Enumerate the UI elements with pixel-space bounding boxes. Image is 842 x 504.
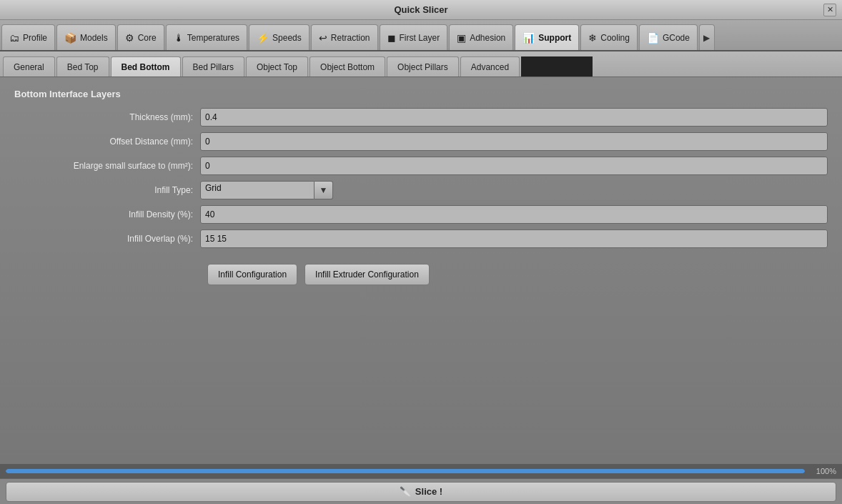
tab-profile[interactable]: 🗂 Profile (1, 24, 55, 50)
infill-overlap-row: Infill Overlap (%): (14, 229, 828, 248)
offset-row: Offset Distance (mm): (14, 132, 828, 151)
models-icon: 📦 (64, 32, 76, 44)
main-tab-bar: 🗂 Profile 📦 Models ⚙ Core 🌡 Temperatures… (0, 20, 842, 51)
adhesion-icon: ▣ (457, 32, 466, 44)
tab-gcode[interactable]: 📄 GCode (639, 24, 698, 50)
sub-tab-general-label: General (14, 62, 44, 72)
sub-tab-bed-bottom[interactable]: Bed Bottom (111, 56, 181, 76)
tab-models[interactable]: 📦 Models (56, 24, 116, 50)
infill-extruder-config-button[interactable]: Infill Extruder Configuration (304, 264, 430, 285)
sub-tab-bed-top[interactable]: Bed Top (56, 56, 109, 76)
tab-speeds[interactable]: ⚡ Speeds (249, 24, 309, 50)
tab-retraction-label: Retraction (331, 33, 370, 43)
infill-density-label: Infill Density (%): (14, 209, 200, 219)
infill-type-label: Infill Type: (14, 185, 200, 195)
sub-tab-object-pillars-label: Object Pillars (397, 62, 448, 72)
enlarge-label: Enlarge small surface to (mm²): (14, 161, 200, 171)
infill-config-button[interactable]: Infill Configuration (207, 264, 297, 285)
infill-type-dropdown-btn[interactable]: ▼ (314, 181, 333, 199)
tab-support-label: Support (538, 33, 571, 43)
thickness-input[interactable] (200, 108, 828, 127)
action-buttons-row: Infill Configuration Infill Extruder Con… (207, 264, 828, 285)
first-layer-icon: ◼ (387, 32, 396, 44)
tab-temperatures-label: Temperatures (187, 33, 239, 43)
core-icon: ⚙ (125, 32, 134, 44)
infill-type-value[interactable]: Grid (200, 181, 314, 199)
sub-tab-object-pillars[interactable]: Object Pillars (387, 56, 459, 76)
infill-density-row: Infill Density (%): (14, 205, 828, 224)
temperatures-icon: 🌡 (174, 32, 184, 44)
sub-tab-object-top-label: Object Top (257, 62, 297, 72)
tab-first-layer[interactable]: ◼ First Layer (380, 24, 448, 50)
sub-tab-advanced[interactable]: Advanced (460, 56, 520, 76)
infill-overlap-input[interactable] (200, 229, 828, 248)
slice-button[interactable]: 🔪 Slice ! (6, 482, 836, 502)
support-icon: 📊 (522, 32, 535, 44)
profile-icon: 🗂 (9, 32, 19, 44)
progress-label: 100% (811, 467, 836, 475)
sub-tab-general[interactable]: General (3, 56, 55, 76)
slice-btn-area: 🔪 Slice ! (0, 478, 842, 504)
tab-support[interactable]: 📊 Support (515, 24, 579, 50)
tab-core-label: Core (138, 33, 157, 43)
sub-tab-bar: General Bed Top Bed Bottom Bed Pillars O… (0, 51, 842, 77)
tab-nav-next[interactable]: ▶ (699, 24, 715, 50)
tab-profile-label: Profile (23, 33, 47, 43)
sub-tab-bed-bottom-label: Bed Bottom (122, 62, 170, 72)
tab-cooling-label: Cooling (600, 33, 630, 43)
content-area: Bottom Interface Layers Thickness (mm): … (0, 77, 842, 464)
cooling-icon: ❄ (588, 32, 597, 44)
tab-core[interactable]: ⚙ Core (117, 24, 164, 50)
sub-tab-bed-pillars-label: Bed Pillars (193, 62, 234, 72)
tab-adhesion[interactable]: ▣ Adhesion (449, 24, 513, 50)
enlarge-row: Enlarge small surface to (mm²): (14, 157, 828, 175)
gcode-icon: 📄 (647, 32, 659, 44)
offset-label: Offset Distance (mm): (14, 137, 200, 147)
tab-first-layer-label: First Layer (400, 33, 440, 43)
dropdown-arrow-icon: ▼ (320, 185, 328, 195)
tab-models-label: Models (80, 33, 108, 43)
tab-temperatures[interactable]: 🌡 Temperatures (166, 24, 247, 50)
progress-track (6, 469, 805, 473)
sub-tab-extra (521, 56, 593, 76)
infill-overlap-label: Infill Overlap (%): (14, 234, 200, 244)
infill-density-input[interactable] (200, 205, 828, 224)
sub-tab-object-top[interactable]: Object Top (246, 56, 308, 76)
close-button[interactable]: ✕ (823, 4, 836, 16)
infill-type-dropdown-wrapper: Grid ▼ (200, 181, 333, 199)
progress-bar-area: 100% (0, 464, 842, 478)
thickness-label: Thickness (mm): (14, 112, 200, 122)
slice-label: Slice ! (415, 486, 442, 497)
tab-gcode-label: GCode (663, 33, 690, 43)
sub-tab-bed-pillars[interactable]: Bed Pillars (182, 56, 244, 76)
title-bar: Quick Slicer ✕ (0, 0, 842, 20)
infill-type-row: Infill Type: Grid ▼ (14, 181, 828, 199)
retraction-icon: ↩ (319, 32, 327, 44)
tab-speeds-label: Speeds (272, 33, 302, 43)
tab-retraction[interactable]: ↩ Retraction (311, 24, 378, 50)
speeds-icon: ⚡ (257, 32, 269, 44)
enlarge-input[interactable] (200, 157, 828, 175)
section-title: Bottom Interface Layers (14, 89, 828, 99)
tab-cooling[interactable]: ❄ Cooling (580, 24, 638, 50)
progress-fill (6, 469, 805, 473)
sub-tab-object-bottom-label: Object Bottom (320, 62, 375, 72)
main-window: Quick Slicer ✕ 🗂 Profile 📦 Models ⚙ Core… (0, 0, 842, 504)
thickness-row: Thickness (mm): (14, 108, 828, 127)
window-title: Quick Slicer (394, 4, 447, 15)
sub-tab-advanced-label: Advanced (471, 62, 509, 72)
sub-tab-object-bottom[interactable]: Object Bottom (309, 56, 385, 76)
tab-adhesion-label: Adhesion (470, 33, 505, 43)
slice-icon: 🔪 (400, 486, 411, 497)
sub-tab-bed-top-label: Bed Top (67, 62, 99, 72)
offset-input[interactable] (200, 132, 828, 151)
